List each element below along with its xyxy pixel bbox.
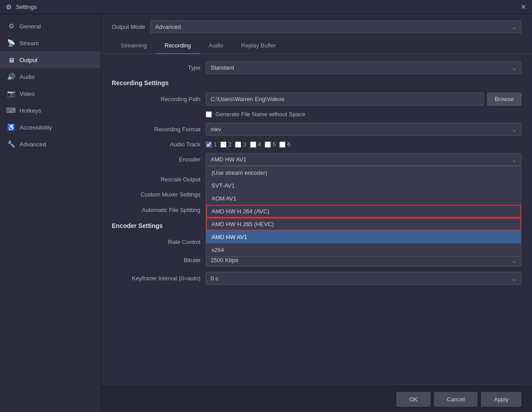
- output-icon: 🖥: [7, 56, 15, 64]
- sidebar-item-hotkeys[interactable]: ⌨ Hotkeys: [0, 102, 101, 119]
- track-6-checkbox[interactable]: [279, 141, 286, 148]
- accessibility-icon: ♿: [7, 123, 15, 131]
- type-select[interactable]: Standard Custom FFmpeg Output: [206, 61, 521, 74]
- tab-replay-buffer[interactable]: Replay Buffer: [232, 38, 285, 54]
- track-3-checkbox[interactable]: [235, 141, 241, 148]
- cancel-button[interactable]: Cancel: [434, 392, 477, 407]
- advanced-icon: 🔧: [7, 140, 15, 148]
- generate-filename-checkbox[interactable]: [206, 111, 212, 118]
- track-2-checkbox[interactable]: [220, 141, 227, 148]
- encoder-option-aom-av1[interactable]: AOM AV1: [206, 192, 521, 205]
- titlebar-title: Settings: [16, 4, 37, 10]
- sidebar-label-video: Video: [20, 90, 35, 97]
- audio-track-label: Audio Track: [112, 141, 200, 148]
- auto-split-label: Automatic File Splitting: [112, 207, 200, 213]
- sidebar-item-advanced[interactable]: 🔧 Advanced: [0, 136, 101, 153]
- encoder-dropdown-trigger[interactable]: AMD HW AV1: [206, 153, 521, 166]
- stream-icon: 📡: [7, 39, 15, 47]
- type-row: Type Standard Custom FFmpeg Output: [112, 61, 521, 74]
- sidebar-item-output[interactable]: 🖥 Output: [0, 51, 101, 68]
- encoder-option-use-stream[interactable]: (Use stream encoder): [206, 166, 521, 179]
- tab-audio[interactable]: Audio: [200, 38, 232, 54]
- track-5-checkbox[interactable]: [265, 141, 271, 148]
- main-container: ⚙ General 📡 Stream 🖥 Output 🔊 Audio 📷 Vi…: [0, 14, 532, 412]
- audio-track-controls: 1 2 3 4 5: [206, 141, 521, 148]
- sidebar-label-output: Output: [20, 57, 38, 63]
- rescale-output-label: Rescale Output: [112, 176, 200, 183]
- sidebar-item-general[interactable]: ⚙ General: [0, 18, 101, 35]
- recording-format-row: Recording Format mkv mp4 mov flv ts: [112, 123, 521, 136]
- recording-path-label: Recording Path: [112, 96, 200, 102]
- output-mode-row: Output Mode Simple Advanced: [101, 14, 532, 38]
- generate-filename-label: Generate File Name without Space: [215, 111, 305, 118]
- keyframe-wrapper: 0 s 2 s 5 s: [206, 272, 521, 285]
- tab-recording[interactable]: Recording: [156, 38, 200, 54]
- titlebar: ⚙ Settings ✕: [0, 0, 532, 14]
- output-mode-select[interactable]: Simple Advanced: [150, 20, 521, 33]
- tabs-row: Streaming Recording Audio Replay Buffer: [101, 38, 532, 54]
- hotkeys-icon: ⌨: [7, 106, 15, 114]
- recording-path-row: Recording Path Browse: [112, 93, 521, 106]
- keyframe-select[interactable]: 0 s 2 s 5 s: [206, 272, 521, 285]
- tab-streaming[interactable]: Streaming: [112, 38, 156, 54]
- bitrate-label: Bitrate: [112, 257, 200, 263]
- encoder-row: Encoder AMD HW AV1 (Use stream encoder) …: [112, 153, 521, 166]
- sidebar-label-accessibility: Accessibility: [20, 124, 52, 131]
- keyframe-label: Keyframe Interval (0=auto): [112, 275, 200, 282]
- sidebar-label-advanced: Advanced: [20, 141, 46, 148]
- encoder-option-x264[interactable]: x264: [206, 243, 521, 256]
- track-6: 6: [279, 141, 290, 148]
- encoder-option-amd-h264[interactable]: AMD HW H.264 (AVC): [206, 205, 521, 218]
- track-1: 1: [206, 141, 217, 148]
- track-4: 4: [250, 141, 261, 148]
- titlebar-left: ⚙ Settings: [4, 3, 37, 11]
- sidebar-item-audio[interactable]: 🔊 Audio: [0, 68, 101, 85]
- sidebar-item-video[interactable]: 📷 Video: [0, 85, 101, 102]
- sidebar-label-stream: Stream: [20, 40, 39, 47]
- recording-path-control: Browse: [206, 93, 521, 106]
- rate-control-label: Rate Control: [112, 239, 200, 245]
- track-5: 5: [265, 141, 276, 148]
- encoder-control: AMD HW AV1 (Use stream encoder) SVT-AV1 …: [206, 153, 521, 166]
- recording-path-input[interactable]: [206, 93, 484, 106]
- track-4-label: 4: [258, 141, 261, 148]
- video-icon: 📷: [7, 90, 15, 98]
- encoder-label: Encoder: [112, 153, 200, 163]
- browse-button[interactable]: Browse: [487, 93, 521, 106]
- audio-icon: 🔊: [7, 73, 15, 81]
- encoder-option-amd-h265[interactable]: AMD HW H.265 (HEVC): [206, 218, 521, 231]
- sidebar-item-accessibility[interactable]: ♿ Accessibility: [0, 119, 101, 136]
- type-select-wrapper: Standard Custom FFmpeg Output: [206, 61, 521, 74]
- ok-button[interactable]: OK: [396, 392, 430, 407]
- apply-button[interactable]: Apply: [481, 392, 521, 407]
- track-3-label: 3: [243, 141, 246, 148]
- output-mode-label: Output Mode: [112, 24, 145, 30]
- sidebar-label-hotkeys: Hotkeys: [20, 107, 41, 114]
- recording-settings-title: Recording Settings: [112, 79, 521, 86]
- track-4-checkbox[interactable]: [250, 141, 256, 148]
- sidebar-label-general: General: [20, 23, 41, 30]
- content-area: Output Mode Simple Advanced Streaming Re…: [101, 14, 532, 412]
- output-mode-select-wrapper: Simple Advanced: [150, 20, 521, 33]
- sidebar: ⚙ General 📡 Stream 🖥 Output 🔊 Audio 📷 Vi…: [0, 14, 101, 412]
- encoder-option-amd-av1[interactable]: AMD HW AV1: [206, 231, 521, 243]
- audio-track-row: Audio Track 1 2 3: [112, 141, 521, 148]
- sidebar-item-stream[interactable]: 📡 Stream: [0, 35, 101, 51]
- close-button[interactable]: ✕: [520, 4, 528, 11]
- generate-filename-row: Generate File Name without Space: [206, 111, 521, 118]
- recording-format-label: Recording Format: [112, 126, 200, 133]
- track-1-checkbox[interactable]: [206, 141, 212, 148]
- type-label: Type: [112, 64, 200, 71]
- encoder-option-svt-av1[interactable]: SVT-AV1: [206, 179, 521, 192]
- encoder-dropdown-list: (Use stream encoder) SVT-AV1 AOM AV1 AMD…: [206, 166, 521, 257]
- custom-muxer-label: Custom Muxer Settings: [112, 191, 200, 198]
- track-2: 2: [220, 141, 231, 148]
- bottom-bar: OK Cancel Apply: [101, 386, 532, 412]
- sidebar-label-audio: Audio: [20, 74, 35, 80]
- track-6-label: 6: [287, 141, 290, 148]
- track-2-label: 2: [228, 141, 231, 148]
- settings-icon: ⚙: [4, 3, 12, 11]
- recording-format-wrapper: mkv mp4 mov flv ts: [206, 123, 521, 136]
- track-5-label: 5: [273, 141, 276, 148]
- recording-format-select[interactable]: mkv mp4 mov flv ts: [206, 123, 521, 136]
